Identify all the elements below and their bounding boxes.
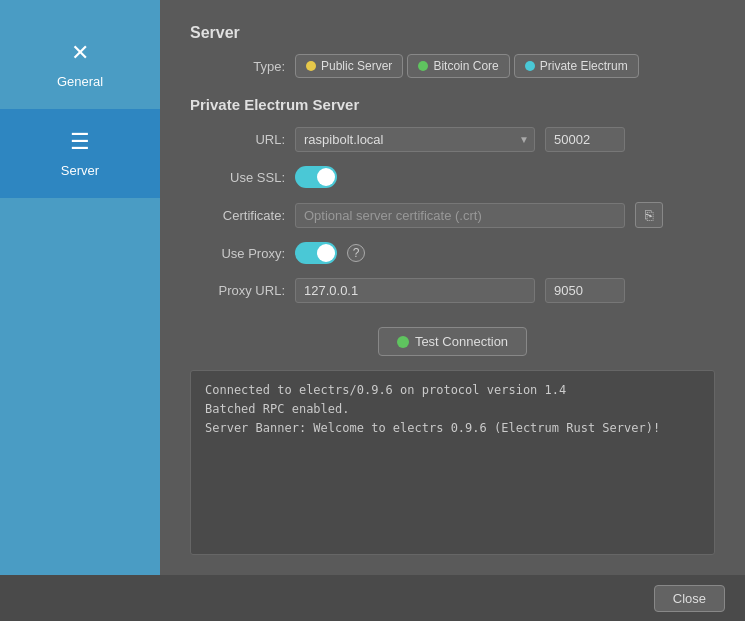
dialog-inner: ✕ General ☰ Server Server Type: Public S… <box>0 0 745 575</box>
file-browse-button[interactable]: ⎘ <box>635 202 663 228</box>
proxy-url-row: Proxy URL: <box>190 278 715 303</box>
type-buttons: Public Server Bitcoin Core Private Elect… <box>295 54 639 78</box>
proxy-help-button[interactable]: ? <box>347 244 365 262</box>
proxy-toggle-track <box>295 242 337 264</box>
dot-cyan <box>525 61 535 71</box>
ssl-row: Use SSL: <box>190 166 715 188</box>
type-btn-public[interactable]: Public Server <box>295 54 403 78</box>
toggle-track <box>295 166 337 188</box>
dot-yellow <box>306 61 316 71</box>
sidebar-item-server[interactable]: ☰ Server <box>0 109 160 198</box>
proxy-toggle[interactable] <box>295 242 337 264</box>
dialog: ✕ General ☰ Server Server Type: Public S… <box>0 0 745 621</box>
type-row: Type: Public Server Bitcoin Core Private… <box>190 54 715 78</box>
url-row: URL: ▼ <box>190 127 715 152</box>
test-connection-button[interactable]: Test Connection <box>378 327 527 356</box>
certificate-label: Certificate: <box>190 208 285 223</box>
url-input[interactable] <box>295 127 535 152</box>
sub-section-title: Private Electrum Server <box>190 96 715 113</box>
type-btn-bitcoin-label: Bitcoin Core <box>433 59 498 73</box>
type-btn-public-label: Public Server <box>321 59 392 73</box>
toggle-thumb <box>317 168 335 186</box>
server-section-title: Server <box>190 24 715 42</box>
certificate-input[interactable] <box>295 203 625 228</box>
certificate-row: Certificate: ⎘ <box>190 202 715 228</box>
general-icon: ✕ <box>71 40 89 66</box>
ssl-toggle[interactable] <box>295 166 337 188</box>
main-content: Server Type: Public Server Bitcoin Core <box>160 0 745 575</box>
type-label: Type: <box>190 59 285 74</box>
port-input[interactable] <box>545 127 625 152</box>
proxy-host-input[interactable] <box>295 278 535 303</box>
proxy-url-label: Proxy URL: <box>190 283 285 298</box>
test-connection-icon <box>397 336 409 348</box>
sidebar-item-general[interactable]: ✕ General <box>0 20 160 109</box>
type-btn-electrum-label: Private Electrum <box>540 59 628 73</box>
ssl-label: Use SSL: <box>190 170 285 185</box>
proxy-port-input[interactable] <box>545 278 625 303</box>
url-input-wrapper: ▼ <box>295 127 535 152</box>
proxy-toggle-thumb <box>317 244 335 262</box>
proxy-label: Use Proxy: <box>190 246 285 261</box>
output-box: Connected to electrs/0.9.6 on protocol v… <box>190 370 715 555</box>
dot-green <box>418 61 428 71</box>
type-btn-bitcoin[interactable]: Bitcoin Core <box>407 54 509 78</box>
server-icon: ☰ <box>70 129 90 155</box>
sidebar-label-server: Server <box>61 163 99 178</box>
url-label: URL: <box>190 132 285 147</box>
close-button[interactable]: Close <box>654 585 725 612</box>
sidebar-label-general: General <box>57 74 103 89</box>
help-icon: ? <box>353 246 360 260</box>
sidebar: ✕ General ☰ Server <box>0 0 160 575</box>
proxy-row: Use Proxy: ? <box>190 242 715 264</box>
bottom-bar: Close <box>0 575 745 621</box>
test-connection-label: Test Connection <box>415 334 508 349</box>
file-icon: ⎘ <box>645 207 653 223</box>
type-btn-electrum[interactable]: Private Electrum <box>514 54 639 78</box>
